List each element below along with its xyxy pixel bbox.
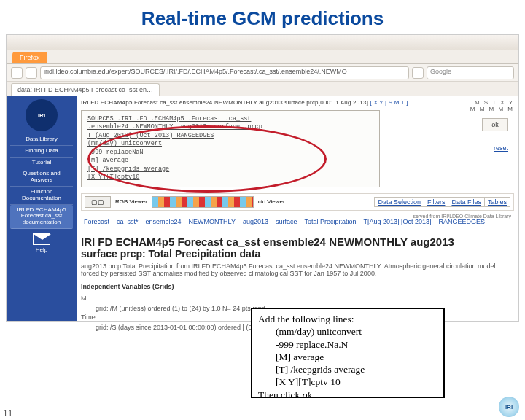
firefox-tabbar: Firefox xyxy=(7,50,518,64)
code-line-3: T (Aug 2013) (Oct 2013) RANGEEDGES xyxy=(88,132,214,139)
breadcrumb-main: IRI FD ECHAM4p5 Forecast ca_sst ensemble… xyxy=(81,99,368,106)
dataset-desc: aug2013 prcp Total Precipitation from IR… xyxy=(81,262,514,277)
code-line-2: .ensemble24 .NEWMONTHLY .aug2013 .surfac… xyxy=(88,123,262,131)
instr-l7: Then click ok xyxy=(258,389,438,401)
url-toolbar: iridl.ldeo.columbia.edu/expert/SOURCES/.… xyxy=(7,64,518,82)
instruction-callout: Add the following lines: (mm/day) unitco… xyxy=(251,308,445,398)
bc-forecast[interactable]: Forecast xyxy=(84,218,109,225)
search-input[interactable]: Google xyxy=(427,66,514,79)
sidebar: IRI Data Library Finding Data Tutorial Q… xyxy=(7,96,77,321)
instr-l4: [M] average xyxy=(258,351,438,363)
bc-aug2013[interactable]: aug2013 xyxy=(243,218,268,225)
tab-tables[interactable]: Tables xyxy=(484,198,510,206)
bc-casst[interactable]: ca_sst* xyxy=(117,218,139,225)
url-input[interactable]: iridl.ldeo.columbia.edu/expert/SOURCES/.… xyxy=(40,66,409,79)
breadcrumb-top: IRI FD ECHAM4p5 Forecast ca_sst ensemble… xyxy=(81,99,514,106)
document-tab[interactable]: data: IRI FD ECHAM4p5 Forecast ca_sst en… xyxy=(11,83,160,96)
firefox-tab-active[interactable]: Firefox xyxy=(12,52,47,63)
instr-l6: [X Y][T]cptv 10 xyxy=(258,376,438,388)
browser-window: Firefox iridl.ldeo.columbia.edu/expert/S… xyxy=(6,34,519,322)
tab-data-files[interactable]: Data Files xyxy=(448,198,484,206)
sidebar-item-tutorial[interactable]: Tutorial xyxy=(10,158,73,169)
sidebar-item-qa[interactable]: Questions and Answers xyxy=(10,168,73,187)
code-line-6: [M] average xyxy=(88,157,128,164)
bc-newmonthly[interactable]: NEWMONTHLY xyxy=(189,218,236,225)
breadcrumb-bottom: Forecast ca_sst* ensemble24 NEWMONTHLY a… xyxy=(81,215,514,228)
bc-trange[interactable]: T[Aug 2013] [Oct 2013] xyxy=(364,218,432,225)
viewer-bar: ▢▢ RGB Viewer cid Viewer Data Selection … xyxy=(81,193,514,211)
dataset-heading-1: IRI FD ECHAM4p5 Forecast ca_sst ensemble… xyxy=(81,236,514,248)
sidebar-item-function-doc[interactable]: Function Documentation xyxy=(10,187,73,205)
bc-ens[interactable]: ensemble24 xyxy=(146,218,182,225)
sidebar-item-dataset-doc[interactable]: IRI FD ECHAM4p5 Forecast ca_sst document… xyxy=(10,205,73,229)
viewer-toggle-left[interactable]: ▢▢ xyxy=(85,196,111,208)
ok-button[interactable]: ok xyxy=(482,118,508,131)
reload-button[interactable] xyxy=(412,67,424,79)
reset-link[interactable]: reset xyxy=(494,144,508,152)
sidebar-item-help[interactable]: Help xyxy=(10,245,73,256)
document-tabstrip: data: IRI FD ECHAM4p5 Forecast ca_sst en… xyxy=(7,82,518,96)
code-line-8: [X Y][T]cptv10 xyxy=(88,174,139,181)
rgb-viewer-label: RGB Viewer xyxy=(115,198,147,205)
sidebar-item-finding-data[interactable]: Finding Data xyxy=(10,146,73,158)
window-titlebar xyxy=(7,35,518,50)
code-line-7: [T] /keepgrids average xyxy=(88,166,169,173)
bc-rangeedges[interactable]: RANGEEDGES xyxy=(439,218,486,225)
instr-l1: Add the following lines: xyxy=(258,313,438,325)
dataset-heading-2: surface prcp: Total Precipitation data xyxy=(81,248,514,260)
slide-number: 11 xyxy=(3,408,12,419)
slide-title: Real-time GCM predictions xyxy=(0,0,525,34)
main-content: IRI FD ECHAM4p5 Forecast ca_sst ensemble… xyxy=(77,96,518,321)
indep-var-label: Independent Variables (Grids) xyxy=(81,283,514,290)
page-body: IRI Data Library Finding Data Tutorial Q… xyxy=(7,96,518,321)
code-line-4: (mm/day) unitconvert xyxy=(88,140,162,147)
bc-surface[interactable]: surface xyxy=(276,218,298,225)
viewer-thumbnail[interactable] xyxy=(152,196,254,208)
data-tabs: Data Selection Filters Data Files Tables xyxy=(374,197,510,207)
code-line-5: -999 replaceNaN xyxy=(88,149,144,156)
expert-textarea[interactable]: SOURCES .IRI .FD .ECHAM4p5 .Forecast .ca… xyxy=(81,110,380,187)
iri-logo: IRI xyxy=(26,99,58,131)
mail-icon[interactable] xyxy=(33,233,50,245)
breadcrumb-xy[interactable]: [ X Y | S M T ] xyxy=(370,99,408,106)
tab-data-selection[interactable]: Data Selection xyxy=(375,198,424,206)
served-from: served from IRI/LDEO Climate Data Librar… xyxy=(413,214,511,219)
bc-total-precip[interactable]: Total Precipitation xyxy=(304,218,356,225)
code-line-1: SOURCES .IRI .FD .ECHAM4p5 .Forecast .ca… xyxy=(88,115,251,122)
breadcrumb-grid-letters: M S T X Y M M M M M xyxy=(470,99,514,112)
back-button[interactable] xyxy=(11,67,23,79)
cid-viewer-label: cid Viewer xyxy=(258,198,285,205)
instr-l2: (mm/day) unitconvert xyxy=(258,325,438,338)
tab-filters[interactable]: Filters xyxy=(424,198,448,206)
instr-l3: -999 replace.Na.N xyxy=(258,338,438,351)
instr-l5: [T] /keepgrids average xyxy=(258,363,438,376)
iri-corner-logo: IRI xyxy=(499,397,519,417)
sidebar-item-data-library[interactable]: Data Library xyxy=(10,134,73,146)
forward-button[interactable] xyxy=(26,67,37,79)
